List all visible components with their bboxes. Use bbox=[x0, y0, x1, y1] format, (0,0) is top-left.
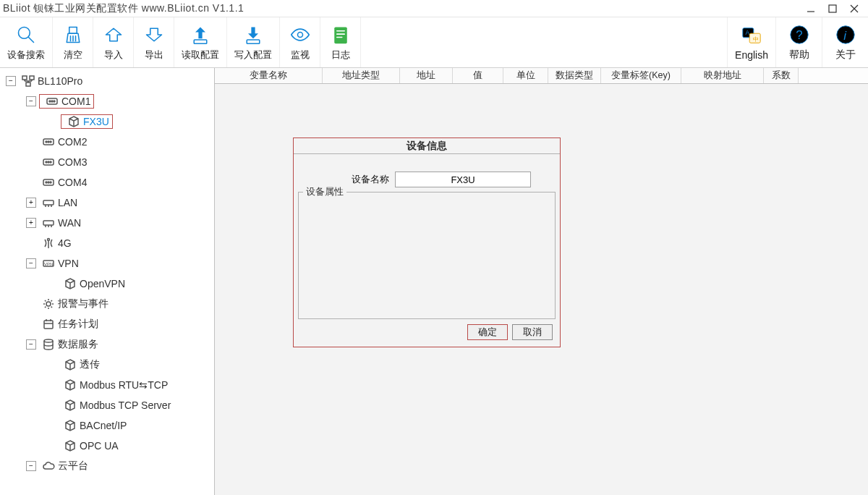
tree-passthru[interactable]: 透传 bbox=[1, 355, 213, 375]
eye-icon bbox=[289, 24, 311, 46]
tree-lan-label: LAN bbox=[58, 197, 77, 208]
table-header-cell[interactable]: 系数 bbox=[764, 68, 799, 83]
collapse-icon[interactable]: − bbox=[26, 96, 36, 106]
language-button[interactable]: A中 English bbox=[727, 17, 775, 67]
tree-opcua-label: OPC UA bbox=[80, 440, 119, 452]
tree-root[interactable]: − BL110Pro bbox=[1, 71, 213, 91]
device-tree[interactable]: − BL110Pro − COM1 FX3U bbox=[0, 68, 215, 495]
write-config-label: 写入配置 bbox=[234, 48, 272, 62]
tree-fx3u[interactable]: FX3U bbox=[1, 111, 213, 132]
tree-com3-label: COM3 bbox=[58, 156, 87, 168]
tree-bacnet[interactable]: BACnet/IP bbox=[1, 415, 213, 436]
minimize-button[interactable] bbox=[806, 4, 816, 14]
port-icon bbox=[42, 176, 55, 189]
log-button[interactable]: 日志 bbox=[320, 17, 361, 67]
tree-root-label: BL110Pro bbox=[38, 75, 82, 87]
export-button[interactable]: 导出 bbox=[134, 17, 174, 67]
table-header-cell[interactable]: 变量名称 bbox=[215, 68, 323, 83]
tree-openvpn[interactable]: OpenVPN bbox=[1, 274, 213, 294]
tree-modbus-tcp-server[interactable]: Modbus TCP Server bbox=[1, 395, 213, 415]
table-header-cell[interactable]: 数据类型 bbox=[548, 68, 601, 83]
export-icon bbox=[143, 24, 165, 46]
svg-text:?: ? bbox=[796, 28, 802, 41]
expand-icon[interactable]: + bbox=[26, 198, 36, 208]
tree-vpn[interactable]: − VPN VPN bbox=[1, 253, 213, 274]
tree-modbus-rtu-tcp[interactable]: Modbus RTU⇆TCP bbox=[1, 375, 213, 395]
write-config-button[interactable]: 写入配置 bbox=[227, 17, 280, 67]
log-label: 日志 bbox=[331, 48, 350, 62]
clear-label: 清空 bbox=[64, 48, 82, 62]
svg-point-41 bbox=[48, 161, 49, 163]
svg-text:中: 中 bbox=[753, 35, 759, 42]
svg-point-11 bbox=[297, 32, 302, 37]
port-icon bbox=[46, 95, 59, 108]
device-name-label: 设备名称 bbox=[352, 173, 389, 186]
svg-text:VPN: VPN bbox=[44, 262, 53, 266]
table-header-cell[interactable]: 地址 bbox=[400, 68, 453, 83]
table-header-cell[interactable]: 映射地址 bbox=[681, 68, 764, 83]
help-label: 帮助 bbox=[789, 48, 809, 62]
tree-passthru-label: 透传 bbox=[80, 358, 100, 371]
about-button[interactable]: i 关于 bbox=[822, 17, 868, 67]
export-label: 导出 bbox=[145, 48, 163, 62]
collapse-icon[interactable]: − bbox=[26, 339, 36, 350]
device-attr-group-label: 设备属性 bbox=[303, 186, 346, 198]
toolbar: 设备搜索 清空 导入 导出 读取配置 写入配置 监视 日志 A中 English… bbox=[0, 17, 868, 68]
svg-rect-47 bbox=[43, 200, 54, 205]
svg-rect-39 bbox=[43, 159, 54, 165]
tree-com1[interactable]: − COM1 bbox=[1, 91, 213, 111]
table-header-cell[interactable]: 值 bbox=[453, 68, 503, 83]
ok-button[interactable]: 确定 bbox=[467, 324, 508, 340]
close-button[interactable] bbox=[849, 4, 859, 14]
table-header-cell[interactable]: 地址类型 bbox=[323, 68, 400, 83]
tree-com3[interactable]: COM3 bbox=[1, 152, 213, 172]
port-icon bbox=[42, 135, 55, 148]
tree-com4[interactable]: COM4 bbox=[1, 172, 213, 192]
device-search-button[interactable]: 设备搜索 bbox=[0, 17, 53, 67]
tree-opcua[interactable]: OPC UA bbox=[1, 436, 213, 456]
download-icon bbox=[242, 24, 264, 46]
monitor-button[interactable]: 监视 bbox=[280, 17, 320, 67]
table-header-cell[interactable]: 变量标签(Key) bbox=[601, 68, 681, 83]
svg-point-59 bbox=[46, 302, 51, 306]
clear-button[interactable]: 清空 bbox=[53, 17, 93, 67]
collapse-icon[interactable]: − bbox=[6, 76, 16, 86]
import-label: 导入 bbox=[104, 48, 123, 62]
tree-cloud[interactable]: − 云平台 bbox=[1, 456, 213, 476]
tree-lan[interactable]: + LAN bbox=[1, 192, 213, 213]
tree-wan[interactable]: + WAN bbox=[1, 213, 213, 233]
port-icon bbox=[42, 156, 55, 169]
tree-vpn-label: VPN bbox=[58, 258, 79, 269]
table-header-cell[interactable]: 单位 bbox=[503, 68, 548, 83]
svg-rect-43 bbox=[43, 179, 54, 185]
brush-icon bbox=[62, 24, 84, 46]
expand-icon[interactable]: + bbox=[26, 218, 36, 228]
device-icon bbox=[22, 75, 35, 88]
svg-rect-35 bbox=[43, 139, 54, 145]
tree-4g[interactable]: 4G bbox=[1, 233, 213, 253]
search-icon bbox=[15, 24, 37, 46]
help-button[interactable]: ? 帮助 bbox=[775, 17, 822, 67]
dialog-title: 设备信息 bbox=[294, 138, 560, 154]
tree-task[interactable]: 任务计划 bbox=[1, 314, 213, 334]
read-config-button[interactable]: 读取配置 bbox=[174, 17, 227, 67]
tree-com2[interactable]: COM2 bbox=[1, 132, 213, 152]
svg-rect-9 bbox=[194, 40, 207, 43]
svg-line-5 bbox=[29, 37, 34, 42]
wan-icon bbox=[42, 216, 55, 229]
tree-dataservice-label: 数据服务 bbox=[58, 338, 98, 351]
cancel-button[interactable]: 取消 bbox=[512, 324, 553, 340]
svg-point-46 bbox=[50, 182, 51, 183]
device-name-input[interactable] bbox=[395, 172, 531, 187]
tree-dataservice[interactable]: − 数据服务 bbox=[1, 334, 213, 355]
collapse-icon[interactable]: − bbox=[26, 461, 36, 471]
maximize-button[interactable] bbox=[827, 4, 838, 14]
import-button[interactable]: 导入 bbox=[93, 17, 134, 67]
svg-point-40 bbox=[46, 161, 47, 163]
tree-alarm[interactable]: 报警与事件 bbox=[1, 294, 213, 314]
svg-rect-1 bbox=[829, 5, 836, 12]
collapse-icon[interactable]: − bbox=[26, 258, 36, 268]
svg-point-33 bbox=[51, 101, 53, 102]
lan-icon bbox=[42, 196, 55, 209]
svg-rect-60 bbox=[44, 321, 53, 329]
